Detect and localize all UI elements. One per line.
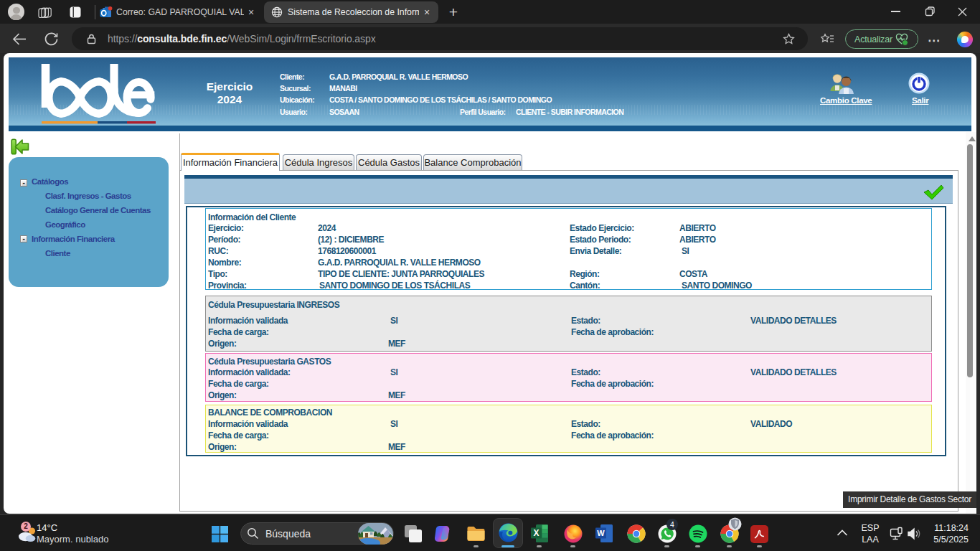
- svg-text:X: X: [533, 528, 539, 538]
- svg-text:W: W: [597, 529, 605, 537]
